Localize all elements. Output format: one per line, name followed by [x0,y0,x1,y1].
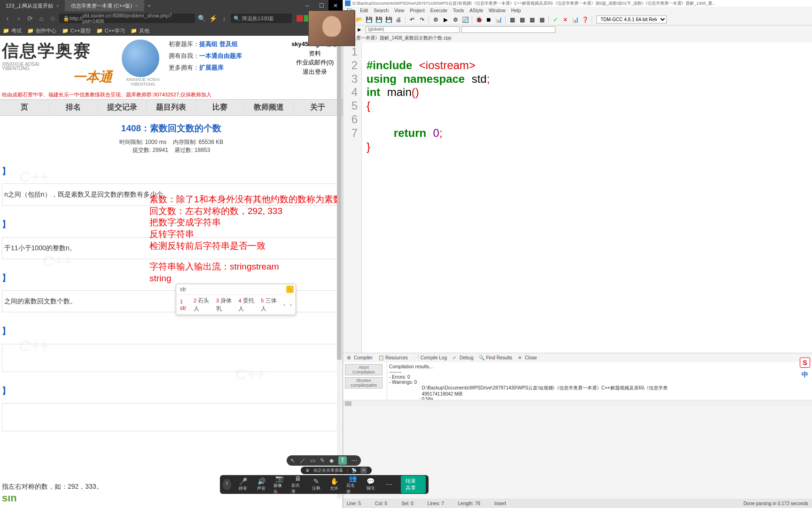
stop-share-icon[interactable]: ✕ [360,467,367,474]
insert-icon[interactable]: ▦ [518,16,526,24]
scope-select[interactable]: (globals) [366,26,460,33]
close-button[interactable]: ✕ [328,0,343,11]
debug-icon[interactable]: 🐞 [475,16,483,24]
scroll-thumb[interactable] [345,401,351,406]
cursor-icon[interactable]: ↖ [290,457,295,464]
bookmark-icon[interactable]: ▦ [528,16,536,24]
member-select[interactable] [461,26,555,33]
bookmark-item[interactable]: 📁其他 [131,27,149,34]
nav-about[interactable]: 关于 [294,100,343,115]
file-tab[interactable]: 学奥赛一本通》题解_1408_素数回文数的个数.cpp [343,34,812,42]
rebuild-icon[interactable]: 🔄 [461,16,469,24]
compile-icon[interactable]: ⚙ [431,16,440,24]
save-all-icon[interactable]: 💾 [375,16,383,24]
reload-icon[interactable]: ⟳ [25,15,35,22]
tab-compiler[interactable]: ⚙Compiler [347,355,373,361]
homework-link[interactable]: 作业或邮件(0) [289,58,341,67]
tab-close[interactable]: ✕Close [518,355,537,361]
stop-icon[interactable]: ⏹ [484,16,493,24]
compile-run-icon[interactable]: ⚙ [451,16,460,24]
save-as-icon[interactable]: 💾 [384,16,393,24]
scroll-thumb[interactable] [337,36,342,360]
cn-mode-icon[interactable]: 中 [800,370,810,380]
menu-tools[interactable]: Tools [453,8,464,13]
ime-next-icon[interactable]: › [290,302,292,308]
download-icon[interactable]: ↓ [219,15,229,22]
end-share-button[interactable]: 结束共享 [401,476,426,493]
compiler-select[interactable]: TDM-GCC 4.8.1 64-bit Release [596,16,667,24]
menu-edit[interactable]: Edit [360,8,368,13]
collapse-button[interactable]: ‹ [223,479,231,490]
chart-icon[interactable]: 📊 [571,16,579,24]
maximize-button[interactable]: ☐ [314,0,328,11]
allow-button[interactable]: ✋允许 [328,477,341,492]
bookmark-item[interactable]: 📁C++学习 [96,27,125,34]
redo-icon[interactable]: ↷ [418,16,426,24]
menu-search[interactable]: Search [374,8,389,13]
nav-rank[interactable]: 排名 [49,100,98,115]
menu-view[interactable]: View [394,8,405,13]
new-tab-button[interactable]: + [144,3,155,8]
new-share-button[interactable]: 🖥新共享 [291,475,304,495]
browser-tab-1[interactable]: 123_上网从这里开始× [0,0,65,11]
link-value[interactable]: 提高组 普及组 [199,40,238,48]
browser-tab-2[interactable]: 信息学奥赛一本通 (C++版)× [65,0,144,11]
open-icon[interactable]: 📂 [355,16,363,24]
meeting-toolbar[interactable]: ‹ 🎤静音 🔊声音 📷摄像头 🖥新共享 ✎注释 ✋允许 👥花名册 💬聊天 ⋯ 结… [220,475,429,494]
tab-debug[interactable]: ✓Debug [453,355,473,361]
text-icon[interactable]: T [338,456,347,465]
webcam-feed[interactable] [308,10,355,46]
sound-button[interactable]: 🔊声音 [255,477,268,492]
help-icon[interactable]: ❓ [581,16,589,24]
ime-candidate[interactable]: 三体人 [261,297,276,312]
bookmark-item[interactable]: 📁考试 [3,27,22,34]
horizontal-scrollbar[interactable] [343,400,812,406]
shorten-paths-button[interactable]: Shorten compilerpaths [345,377,383,389]
vertical-scrollbar[interactable] [337,36,342,499]
chat-button[interactable]: 💬聊天 [365,477,377,492]
search-input[interactable]: 🔍降温换1330套 [231,14,292,23]
bookmark-item[interactable]: 📁C++题型 [62,27,91,34]
home-icon[interactable]: ⌂ [37,15,46,22]
url-input[interactable]: 🔒 http://ybt.ssoier.cn:8088/problem_show… [59,14,195,23]
nav-teacher[interactable]: 教师频道 [245,100,294,115]
roster-button[interactable]: 👥花名册 [346,475,359,495]
more-icon[interactable]: ⋯ [351,457,357,464]
forward-icon[interactable]: › [14,15,23,22]
new-class-icon[interactable]: ▦ [508,16,516,24]
menu-help[interactable]: Help [511,8,521,13]
menu-project[interactable]: Project [410,8,425,13]
code-editor[interactable]: 1234567 #include <iostream> using namesp… [343,42,812,353]
tab-resources[interactable]: 📋Resources [378,355,408,361]
goto-icon[interactable]: ▦ [538,16,546,24]
ime-candidate[interactable]: str [180,305,186,311]
menu-execute[interactable]: Execute [430,8,447,13]
nav-contest[interactable]: 比赛 [196,100,245,115]
nav-submit[interactable]: 提交记录 [98,100,147,115]
undo-icon[interactable]: ↶ [408,16,416,24]
save-icon[interactable]: 💾 [365,16,373,24]
sogou-icon[interactable]: S [800,357,810,368]
ext-icon-1[interactable] [297,15,303,22]
logout-link[interactable]: 退出登录 [289,67,341,77]
bookmark-item[interactable]: 📁创作中心 [27,27,56,34]
tab-find-results[interactable]: 🔍Find Results [479,355,512,361]
mute-button[interactable]: 🎤静音 [237,477,250,492]
minimize-button[interactable]: ─ [300,0,314,11]
zoom-icon[interactable]: 🔍 [197,15,206,22]
profile-icon[interactable]: 📊 [494,16,503,24]
nav-home[interactable]: 页 [0,100,49,115]
nav-fwd-icon[interactable]: ► [355,25,364,34]
ime-popup[interactable]: str🐤 1 str 2 石头人 3 身体乳 4 受托人 5 三体人 ‹ › [176,284,296,315]
flash-icon[interactable]: ⚡ [208,15,218,22]
rect-icon[interactable]: ▭ [310,457,315,464]
nav-problems[interactable]: 题目列表 [147,100,195,115]
pen-icon[interactable]: ✎ [320,457,325,464]
close-icon[interactable]: × [56,3,59,8]
annotation-toolbar[interactable]: ↖ ／ ▭ ✎ ◆ T ⋯ [287,455,361,466]
x-icon[interactable]: ✕ [561,16,570,24]
check-icon[interactable]: ✓ [551,16,560,24]
annotate-button[interactable]: ✎注释 [310,477,322,492]
menu-window[interactable]: Window [489,8,506,13]
more-button[interactable]: ⋯ [383,481,395,488]
